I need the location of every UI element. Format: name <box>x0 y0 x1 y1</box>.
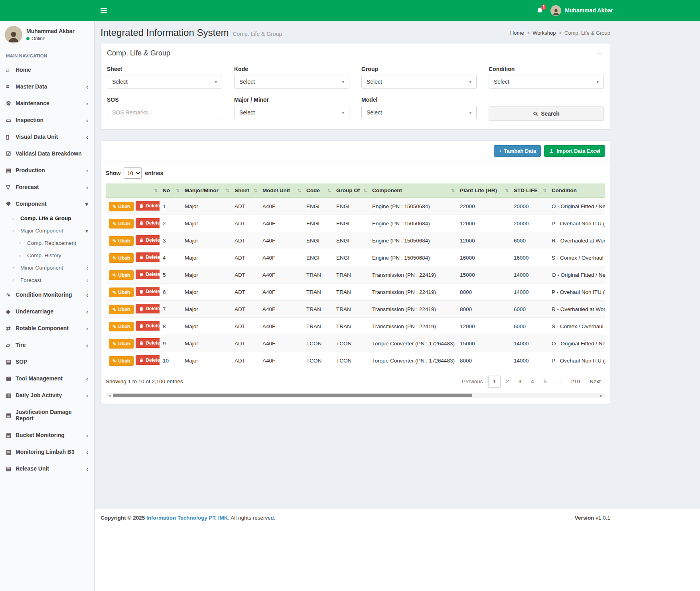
user-menu[interactable]: Muhammad Akbar <box>550 5 613 16</box>
pagination-page-5[interactable]: 5 <box>539 376 551 387</box>
sidebar-item-comp-history[interactable]: ○ Comp. History <box>0 249 94 262</box>
breadcrumb-separator: > <box>527 30 530 36</box>
sidebar-item-minor-component[interactable]: ○ Minor Component ‹ <box>0 262 94 274</box>
sidebar: Muhammad Akbar Online MAIN NAVIGATION ⌂ … <box>0 21 95 591</box>
collapse-button[interactable]: − <box>595 49 604 57</box>
breadcrumb-home[interactable]: Home <box>510 30 524 36</box>
search-button[interactable]: Search <box>489 106 604 121</box>
cell-code: ENGI <box>303 215 333 232</box>
delete-button[interactable]: Delete <box>136 304 160 313</box>
column-header-condition[interactable]: Condition <box>548 183 605 198</box>
sidebar-item-production[interactable]: ▤ Production ‹ <box>0 162 94 179</box>
ubah-button[interactable]: ✎Ubah <box>109 322 134 331</box>
delete-button[interactable]: Delete <box>136 355 160 365</box>
sidebar-item-tire[interactable]: ▱ Tire ‹ <box>0 337 94 353</box>
delete-button[interactable]: Delete <box>136 270 160 279</box>
column-header-sheet[interactable]: Sheet⇅ <box>231 183 259 198</box>
pencil-icon: ✎ <box>112 205 116 209</box>
delete-button[interactable]: Delete <box>136 218 160 228</box>
sidebar-item-component[interactable]: ❋ Component ▾ <box>0 195 94 212</box>
column-header-no[interactable]: No⇅ <box>160 183 181 198</box>
delete-button[interactable]: Delete <box>136 201 160 211</box>
sidebar-item-sop[interactable]: ▤ SOP <box>0 353 94 370</box>
sidebar-item-comp-life-group[interactable]: ○ Comp. Life & Group <box>0 212 94 225</box>
cell-component: Engine (PN : 15050684) <box>369 215 457 232</box>
pagination-page-3[interactable]: 3 <box>514 376 526 387</box>
sidebar-item-inspection[interactable]: ▭ Inspection ‹ <box>0 112 94 128</box>
sidebar-item-undercarriage[interactable]: ◈ Undercarriage ‹ <box>0 303 94 320</box>
delete-button[interactable]: Delete <box>136 287 160 296</box>
model-select[interactable]: Select ▾ <box>361 106 477 119</box>
company-link[interactable]: Information Technology PT. IMK. <box>146 515 229 521</box>
tambah-data-button[interactable]: + Tambah Data <box>494 145 541 157</box>
scroll-left-arrow-icon[interactable]: ◂ <box>106 393 112 398</box>
pagination-page-210[interactable]: 210 <box>567 376 585 387</box>
circle-icon: ○ <box>12 217 18 221</box>
pagination-next[interactable]: Next <box>585 376 605 387</box>
delete-button[interactable]: Delete <box>136 321 160 331</box>
sidebar-item-rotable-component[interactable]: ⇄ Rotable Component ‹ <box>0 320 94 337</box>
sidebar-item-condition-monitoring[interactable]: ∿ Condition Monitoring ‹ <box>0 286 94 303</box>
cell-code: ENGI <box>303 249 333 266</box>
pagination-previous[interactable]: Previous <box>457 376 487 387</box>
column-header-actions[interactable]: ⇅ <box>106 183 160 198</box>
sidebar-item-major-component[interactable]: ○ Major Component ▾ <box>0 225 94 237</box>
delete-button[interactable]: Delete <box>136 338 160 348</box>
sidebar-item-validasi-data-breakdown[interactable]: ☑ Validasi Data Breakdown <box>0 145 94 162</box>
kode-select[interactable]: Select ▾ <box>234 75 349 89</box>
delete-button[interactable]: Delete <box>136 252 160 262</box>
group-select[interactable]: Select ▾ <box>361 75 477 89</box>
sidebar-item-maintenance[interactable]: ⚙ Maintenance ‹ <box>0 95 94 112</box>
column-header-code[interactable]: Code⇅ <box>303 183 333 198</box>
ubah-button[interactable]: ✎Ubah <box>109 339 134 349</box>
sidebar-item-comp-replacement[interactable]: ○ Comp. Replacement <box>0 237 94 249</box>
pagination-page-2[interactable]: 2 <box>501 376 513 387</box>
pencil-icon: ✎ <box>112 342 116 346</box>
sidebar-item-tool-management[interactable]: ▦ Tool Management ‹ <box>0 370 94 387</box>
ubah-button[interactable]: ✎Ubah <box>109 356 134 366</box>
sheet-select[interactable]: Select ▾ <box>107 75 222 89</box>
notifications-button[interactable]: 1 <box>536 7 543 14</box>
chevron-left-icon: ‹ <box>86 278 88 283</box>
sidebar-item-monitoring-limbah-b3[interactable]: ▤ Monitoring Limbah B3 ‹ <box>0 443 94 460</box>
column-header-component[interactable]: Component⇅ <box>369 183 457 198</box>
column-header-model-unit[interactable]: Model Unit⇅ <box>259 183 303 198</box>
cell-model-unit: A40F <box>259 249 303 266</box>
ubah-button[interactable]: ✎Ubah <box>109 270 134 280</box>
pagination-page-1[interactable]: 1 <box>488 376 501 387</box>
sidebar-item-visual-data-unit[interactable]: ▯ Visual Data Unit ‹ <box>0 128 94 145</box>
main-column: Integrated Information System Comp. Life… <box>95 21 700 591</box>
column-header-std-life[interactable]: STD LIFE⇅ <box>511 183 548 198</box>
pagination-page-4[interactable]: 4 <box>526 376 538 387</box>
sos-input[interactable] <box>107 106 222 119</box>
ubah-button[interactable]: ✎Ubah <box>109 236 134 246</box>
breadcrumb-workshop[interactable]: Workshop <box>532 30 556 36</box>
sidebar-item-daily-job-activity[interactable]: ▥ Daily Job Activity ‹ <box>0 387 94 404</box>
sidebar-item-justification-damage-report[interactable]: ▤ Justification Damage Report <box>0 404 94 427</box>
sidebar-toggle-button[interactable] <box>95 0 113 21</box>
condition-select[interactable]: Select ▾ <box>489 75 604 89</box>
sidebar-item-forecast[interactable]: ▽ Forecast ‹ <box>0 179 94 195</box>
ubah-button[interactable]: ✎Ubah <box>109 202 134 211</box>
sidebar-item-home[interactable]: ⌂ Home <box>0 61 94 78</box>
ubah-button[interactable]: ✎Ubah <box>109 305 134 314</box>
scrollbar-thumb[interactable] <box>113 394 472 397</box>
delete-button[interactable]: Delete <box>136 235 160 245</box>
sidebar-item-release-unit[interactable]: ▤ Release Unit ‹ <box>0 460 94 477</box>
ubah-button[interactable]: ✎Ubah <box>109 288 134 297</box>
column-header-plant-life[interactable]: Plant Life (HR)⇅ <box>457 183 511 198</box>
sidebar-item-master-data[interactable]: ≡ Master Data ‹ <box>0 78 94 95</box>
horizontal-scrollbar[interactable]: ◂ ▸ <box>106 393 605 398</box>
sort-icon: ⇅ <box>154 188 158 193</box>
sidebar-item-component-forecast[interactable]: ○ Forecast ‹ <box>0 274 94 286</box>
scroll-right-arrow-icon[interactable]: ▸ <box>598 393 604 398</box>
page-length-select[interactable]: 10 <box>124 167 142 179</box>
major-minor-select[interactable]: Select ▾ <box>234 106 349 119</box>
column-header-major-minor[interactable]: Manjor/Minor⇅ <box>181 183 231 198</box>
column-header-group-of[interactable]: Group Of⇅ <box>333 183 369 198</box>
sidebar-item-bucket-monitoring[interactable]: ▤ Bucket Monitoring ‹ <box>0 427 94 443</box>
ubah-button[interactable]: ✎Ubah <box>109 219 134 229</box>
ubah-button[interactable]: ✎Ubah <box>109 253 134 263</box>
notification-badge: 1 <box>541 4 547 10</box>
import-data-excel-button[interactable]: Import Data Excel <box>544 145 605 157</box>
